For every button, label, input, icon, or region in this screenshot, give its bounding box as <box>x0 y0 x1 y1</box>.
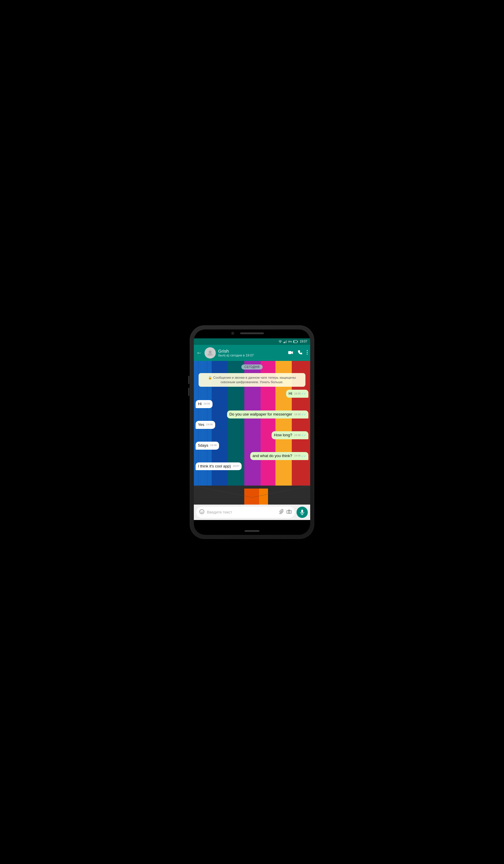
svg-point-30 <box>200 509 204 514</box>
message-ticks: ✓✓ <box>301 454 306 458</box>
home-indicator <box>244 530 260 532</box>
emoji-button[interactable] <box>199 509 204 516</box>
message-time: 19:05 <box>294 392 301 396</box>
svg-rect-8 <box>288 351 291 354</box>
phone-screen: 8% 19:07 ← <box>194 329 310 535</box>
contact-status: был(-а) сегодня в 19:07 <box>218 353 286 357</box>
battery-icon <box>293 340 298 343</box>
message-meta: 19:05 ✓✓ <box>294 392 306 396</box>
message-time: 19:05 <box>294 413 301 417</box>
more-options-button[interactable] <box>307 350 308 356</box>
contact-avatar <box>204 347 216 359</box>
svg-point-31 <box>201 511 202 512</box>
svg-rect-35 <box>301 509 303 513</box>
message-time: 19:07 <box>233 465 240 468</box>
message-text: Hi <box>288 391 292 396</box>
svg-point-9 <box>307 350 308 351</box>
message-row: Yes 19:06 <box>196 421 308 429</box>
message-time: 19:06 <box>294 454 301 458</box>
message-meta: 19:06 ✓✓ <box>294 454 306 458</box>
message-bubble: Yes 19:06 <box>196 421 215 429</box>
message-bubble: 5days 19:06 <box>196 442 219 450</box>
contact-name: Grish <box>218 348 286 353</box>
svg-rect-5 <box>297 341 298 342</box>
message-meta: 19:06 ✓✓ <box>294 433 306 437</box>
svg-rect-6 <box>293 341 294 343</box>
status-icons: 8% 19:07 <box>278 340 307 343</box>
message-row: Hi 19:05 ✓✓ <box>196 390 308 398</box>
message-meta: 19:07 <box>233 465 240 468</box>
message-ticks: ✓✓ <box>301 412 306 417</box>
chat-header: ← Grish был(-а) сегодня в 19:07 <box>194 345 310 361</box>
svg-point-7 <box>209 350 212 353</box>
message-text: Yes <box>198 422 204 427</box>
chat-messages-container: СЕГОДНЯ 🔒 Сообщения и звонки в данном ча… <box>196 363 308 471</box>
message-row: How long? 19:06 ✓✓ <box>196 431 308 439</box>
svg-point-34 <box>288 511 290 513</box>
svg-point-11 <box>307 353 308 355</box>
message-bubble: Hi 19:05 <box>196 400 213 408</box>
message-input-bar: Введите текст <box>194 505 310 520</box>
message-row: Do you use wallpaper for messenger 19:05… <box>196 410 308 419</box>
message-text: and what do you think? <box>253 454 292 458</box>
phone-call-button[interactable] <box>298 350 302 356</box>
message-time: 19:06 <box>294 434 301 437</box>
battery-text: 8% <box>288 340 292 343</box>
mic-button[interactable] <box>297 507 308 518</box>
svg-rect-3 <box>286 340 287 343</box>
video-call-button[interactable] <box>288 350 293 356</box>
message-row: and what do you think? 19:06 ✓✓ <box>196 452 308 460</box>
message-bubble: Hi 19:05 ✓✓ <box>286 390 308 398</box>
message-meta: 19:06 <box>210 444 217 447</box>
signal-icon <box>284 340 287 343</box>
message-time: 19:06 <box>210 444 217 447</box>
volume-up-button <box>188 376 189 384</box>
message-bubble: I think it's cool app) 19:07 <box>196 463 242 470</box>
message-bubble: and what do you think? 19:06 ✓✓ <box>250 452 308 460</box>
message-row: Hi 19:05 <box>196 400 308 408</box>
message-time: 19:05 <box>203 402 210 406</box>
message-text: Hi <box>198 401 202 406</box>
message-row: I think it's cool app) 19:07 <box>196 463 308 470</box>
text-input-area[interactable]: Введите текст <box>196 507 295 518</box>
message-time: 19:06 <box>206 423 213 427</box>
status-bar: 8% 19:07 <box>194 338 310 345</box>
chat-body: СЕГОДНЯ 🔒 Сообщения и звонки в данном ча… <box>194 361 310 505</box>
message-text: How long? <box>274 433 292 437</box>
message-text: 5days <box>198 443 208 447</box>
message-meta: 19:06 <box>206 423 213 427</box>
message-bubble: Do you use wallpaper for messenger 19:05… <box>227 410 308 419</box>
svg-point-32 <box>202 511 203 512</box>
back-button[interactable]: ← <box>196 349 202 356</box>
message-meta: 19:05 ✓✓ <box>294 412 306 417</box>
wifi-icon <box>278 340 282 343</box>
message-ticks: ✓✓ <box>301 392 306 396</box>
date-badge: СЕГОДНЯ <box>241 364 262 370</box>
message-bubble: How long? 19:06 ✓✓ <box>272 431 308 439</box>
svg-rect-0 <box>284 342 284 343</box>
message-ticks: ✓✓ <box>301 433 306 437</box>
attachment-button[interactable] <box>279 509 284 516</box>
camera-button[interactable] <box>286 509 292 515</box>
message-text: I think it's cool app) <box>198 464 231 468</box>
app-screen: 8% 19:07 ← <box>194 338 310 520</box>
message-meta: 19:05 <box>203 402 210 406</box>
message-text: Do you use wallpaper for messenger <box>229 412 292 417</box>
message-placeholder: Введите текст <box>207 510 277 514</box>
header-actions <box>288 350 308 356</box>
encryption-notice: 🔒 Сообщения и звонки в данном чате тепер… <box>199 373 305 387</box>
message-row: 5days 19:06 <box>196 442 308 450</box>
time-display: 19:07 <box>300 340 307 343</box>
svg-rect-1 <box>284 341 285 343</box>
contact-info: Grish был(-а) сегодня в 19:07 <box>218 348 286 357</box>
svg-point-10 <box>307 352 308 352</box>
svg-rect-2 <box>285 341 286 343</box>
volume-down-button <box>188 388 189 396</box>
phone-device: 8% 19:07 ← <box>190 325 314 539</box>
